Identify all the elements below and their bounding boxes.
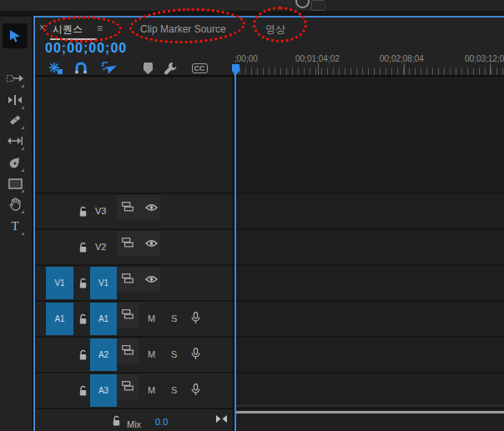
track-select-forward-tool[interactable] xyxy=(5,68,25,88)
ruler-major-tick xyxy=(318,63,319,75)
panel-close-icon[interactable]: × xyxy=(39,22,45,33)
track-target-label[interactable]: V2 xyxy=(95,242,106,252)
lock-icon[interactable] xyxy=(78,242,88,253)
empty-track-header-space xyxy=(35,77,233,193)
ripple-edit-icon xyxy=(7,95,23,105)
sync-lock-icon[interactable] xyxy=(122,238,134,248)
solo-button[interactable]: S xyxy=(171,385,177,395)
sync-lock-icon[interactable] xyxy=(122,273,134,283)
hand-tool[interactable] xyxy=(5,194,25,214)
nest-sequences-icon[interactable] xyxy=(47,61,65,76)
source-patch-a1[interactable]: A1 xyxy=(46,303,73,335)
lock-icon[interactable] xyxy=(78,278,88,289)
lock-icon[interactable] xyxy=(78,385,88,397)
sync-lock-icon[interactable] xyxy=(122,381,134,391)
track-content-a1[interactable] xyxy=(234,302,504,336)
pen-tool[interactable] xyxy=(5,153,25,173)
keyframe-bowtie-icon[interactable] xyxy=(215,414,228,423)
solo-button[interactable]: S xyxy=(171,313,177,323)
slip-tool[interactable] xyxy=(5,131,25,151)
captions-label: CC xyxy=(192,63,208,73)
tab-clip-marker-source[interactable]: Clip Marker Source xyxy=(140,23,226,35)
track-target-a2[interactable]: A2 xyxy=(90,338,117,371)
solo-button[interactable]: S xyxy=(171,349,177,359)
hand-icon xyxy=(9,198,22,211)
track-target-v1[interactable]: V1 xyxy=(90,267,117,299)
track-header-a1: A1 A1 M S xyxy=(35,302,233,336)
selection-arrow-icon xyxy=(8,28,23,43)
mute-button[interactable]: M xyxy=(148,385,155,395)
button-outline-icon[interactable] xyxy=(311,0,325,11)
selection-tool[interactable] xyxy=(3,23,28,48)
linked-selection-icon[interactable] xyxy=(100,61,118,76)
track-select-forward-icon xyxy=(7,73,23,83)
track-target-a3[interactable]: A3 xyxy=(90,374,117,407)
tools-panel-seam xyxy=(32,17,33,431)
ruler-major-tick xyxy=(404,63,405,75)
track-header-v3: V3 xyxy=(35,194,233,228)
track-header-a2: A2 M S xyxy=(35,338,233,372)
voiceover-mic-icon[interactable] xyxy=(191,383,200,396)
ruler-label: 00;02;08;04 xyxy=(380,54,424,63)
sync-lock-icon[interactable] xyxy=(122,345,134,355)
tools-panel: T xyxy=(0,17,32,431)
timeline-panel: × 시퀀스 ≡ Clip Marker Source 영상 00;00;00;0… xyxy=(35,18,504,431)
track-target-label[interactable]: V3 xyxy=(95,206,106,216)
mix-level-value[interactable]: 0.0 xyxy=(155,417,168,427)
track-content-a2[interactable] xyxy=(234,338,504,372)
razor-tool[interactable] xyxy=(5,110,25,130)
lock-icon[interactable] xyxy=(78,349,88,361)
lock-icon[interactable] xyxy=(111,415,122,427)
track-header-a3: A3 M S xyxy=(35,373,233,408)
ripple-edit-tool[interactable] xyxy=(5,90,25,110)
active-tab-underline xyxy=(50,38,97,40)
tab-sequence[interactable]: 시퀀스 xyxy=(53,23,83,35)
source-patch-v1[interactable]: V1 xyxy=(46,267,73,299)
track-content-v1[interactable] xyxy=(234,266,504,300)
ruler-label: ;00;00 xyxy=(234,54,258,63)
sync-lock-icon[interactable] xyxy=(122,202,134,212)
playhead-timecode[interactable]: 00;00;00;00 xyxy=(45,41,127,56)
pen-icon xyxy=(9,156,21,169)
top-panel-strip-right xyxy=(326,0,504,11)
mute-button[interactable]: M xyxy=(148,349,155,359)
empty-track-content-space xyxy=(234,77,504,193)
sync-lock-icon[interactable] xyxy=(122,309,134,319)
track-output-eye-icon[interactable] xyxy=(145,239,158,248)
track-target-a1[interactable]: A1 xyxy=(90,303,117,335)
mix-divider-line xyxy=(234,405,504,406)
voiceover-mic-icon[interactable] xyxy=(191,312,200,324)
panel-menu-icon[interactable]: ≡ xyxy=(97,23,103,34)
track-output-eye-icon[interactable] xyxy=(145,203,158,212)
slip-icon xyxy=(8,136,23,146)
mute-button[interactable]: M xyxy=(148,313,155,323)
captions-icon[interactable]: CC xyxy=(190,61,209,76)
mix-track-label: Mix xyxy=(127,419,141,429)
snap-magnet-icon[interactable] xyxy=(72,61,90,76)
lock-icon[interactable] xyxy=(78,206,88,218)
rectangle-icon xyxy=(8,178,23,189)
ruler-label: 00;03;12;0 xyxy=(465,54,504,63)
track-header-v1: V1 V1 xyxy=(35,266,233,300)
track-content-a3[interactable] xyxy=(234,373,504,408)
track-content-v3[interactable] xyxy=(234,194,504,228)
playhead-line[interactable] xyxy=(234,73,236,431)
tab-video[interactable]: 영상 xyxy=(265,23,285,35)
rectangle-tool[interactable] xyxy=(5,173,25,193)
timeline-settings-wrench-icon[interactable] xyxy=(162,61,180,76)
track-header-v2: V2 xyxy=(35,230,233,264)
razor-icon xyxy=(8,114,22,126)
mix-level-bar xyxy=(234,411,504,413)
track-header-mix: Mix 0.0 xyxy=(35,409,233,431)
add-marker-icon[interactable] xyxy=(139,61,157,76)
ruler-major-tick xyxy=(490,63,491,75)
voiceover-mic-icon[interactable] xyxy=(191,348,200,360)
lock-icon[interactable] xyxy=(78,313,88,325)
ruler-ticks[interactable] xyxy=(234,68,504,75)
track-output-eye-icon[interactable] xyxy=(145,275,158,283)
track-content-v2[interactable] xyxy=(234,230,504,264)
type-tool-glyph: T xyxy=(11,219,18,233)
ruler-label: 00;01;04;02 xyxy=(295,54,340,63)
type-tool[interactable]: T xyxy=(5,216,25,236)
